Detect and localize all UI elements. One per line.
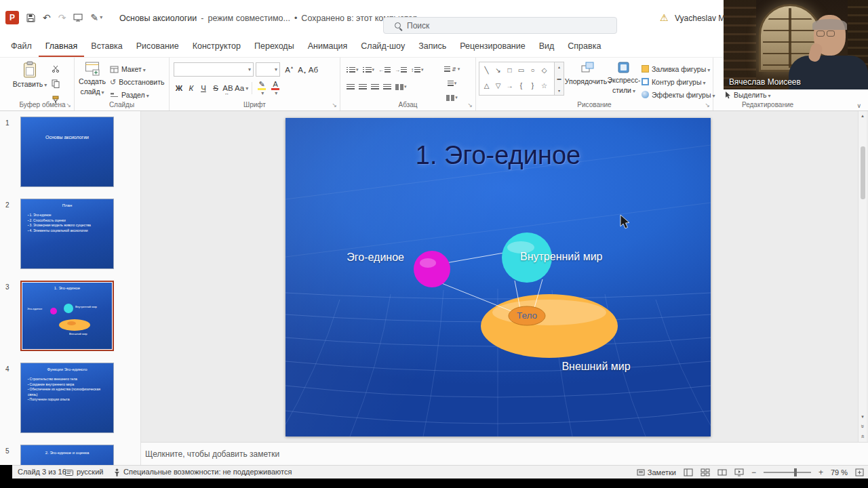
justify-button[interactable] [382, 81, 392, 93]
bullet-list-button[interactable]: ▾ [346, 64, 359, 76]
notes-placeholder[interactable]: Щелкните, чтобы добавить заметки [145, 449, 279, 459]
paste-button[interactable]: Вставить [14, 61, 46, 89]
slide-thumbnail-1[interactable]: Основы аксиологии [20, 117, 114, 187]
decrease-indent-button[interactable]: ← [378, 64, 391, 76]
font-size-combo[interactable] [256, 62, 280, 77]
next-slide-icon[interactable]: » [859, 434, 866, 438]
shape-star-icon[interactable]: ☆ [541, 82, 547, 89]
strikethrough-button[interactable]: S [210, 82, 221, 94]
change-case-button[interactable]: Аа [235, 82, 248, 94]
undo-icon[interactable]: ↶ [43, 13, 51, 22]
line-spacing-button[interactable]: ↕▾ [410, 64, 425, 76]
align-text-button[interactable]: ▾ [443, 77, 460, 89]
shape-fill-button[interactable]: Заливка фигуры [642, 63, 715, 75]
shape-arrow-right-icon[interactable]: → [507, 82, 513, 89]
zoom-slider-thumb[interactable] [794, 468, 797, 476]
tab-review[interactable]: Рецензирование [453, 37, 532, 57]
tab-home[interactable]: Главная [39, 37, 85, 57]
normal-view-button[interactable] [684, 468, 693, 476]
slide-thumbnail-panel[interactable]: 1 Основы аксиологии 2 План 1. Эго-единое… [0, 111, 141, 465]
slide-sorter-view-button[interactable] [701, 468, 710, 476]
cut-icon[interactable] [52, 63, 60, 75]
document-title[interactable]: Основы аксиологии - режим совместимо... … [119, 0, 426, 37]
slide-thumbnail-5[interactable]: 2. Эго-единое и оценка [20, 445, 114, 465]
section-button[interactable]: Раздел [110, 89, 164, 101]
gallery-expand-icon[interactable]: ▬ [557, 77, 561, 81]
shape-triangle-icon[interactable]: △ [484, 82, 490, 89]
language-indicator[interactable]: русский [77, 468, 103, 476]
zoom-level[interactable]: 79 % [831, 468, 848, 476]
shape-brace-right-icon[interactable]: } [532, 82, 534, 89]
shape-square-icon[interactable]: □ [507, 66, 511, 74]
clipboard-dialog-launcher[interactable]: ↘ [66, 102, 71, 108]
shapes-gallery[interactable]: ╲ ↘ □ ▭ ○ ◇ △ ▽ → { } ☆ [479, 62, 555, 96]
increase-indent-button[interactable]: → [394, 64, 408, 76]
shapes-gallery-scroll[interactable]: ▴ ▬ ▾ [555, 62, 564, 96]
tab-file[interactable]: Файл [4, 37, 39, 57]
character-spacing-button[interactable]: АВ [222, 82, 233, 94]
scrollbar-thumb[interactable] [861, 146, 865, 199]
label-ego[interactable]: Эго-единое [336, 251, 404, 264]
layout-button[interactable]: Макет [110, 63, 164, 75]
font-name-combo[interactable] [174, 62, 254, 77]
align-left-button[interactable] [346, 81, 355, 93]
tab-help[interactable]: Справка [561, 37, 608, 57]
tab-insert[interactable]: Вставка [84, 37, 129, 57]
shape-triangle-down-icon[interactable]: ▽ [496, 82, 501, 89]
warning-icon[interactable]: ⚠ [660, 12, 669, 23]
italic-button[interactable]: К [186, 82, 197, 94]
slide-thumbnail-3-selected[interactable]: 1. Эго-единое Эго-единое Внутренний мир … [20, 281, 114, 351]
shape-line-icon[interactable]: ╲ [484, 66, 488, 74]
start-slideshow-icon[interactable] [73, 14, 83, 22]
zoom-out-button[interactable]: − [751, 468, 756, 477]
underline-button[interactable]: Ч [198, 82, 209, 94]
scroll-up-icon[interactable]: ▴ [558, 64, 560, 69]
notes-toggle-button[interactable]: Заметки [637, 468, 676, 476]
columns-button[interactable]: ▾ [395, 81, 408, 93]
search-input[interactable]: Поиск [383, 17, 617, 34]
bold-button[interactable]: Ж [174, 82, 184, 94]
tab-slideshow[interactable]: Слайд-шоу [354, 37, 412, 57]
numbered-list-button[interactable]: ▾ [362, 64, 376, 76]
reset-button[interactable]: ↺ Восстановить [110, 76, 164, 88]
label-body[interactable]: Тело [509, 310, 545, 321]
align-right-button[interactable] [370, 81, 380, 93]
ego-circle[interactable] [414, 251, 450, 287]
align-center-button[interactable] [358, 81, 368, 93]
zoom-slider[interactable] [764, 472, 811, 473]
tab-draw[interactable]: Рисование [130, 37, 186, 57]
clear-formatting-icon[interactable]: Аб [308, 64, 319, 76]
tab-design[interactable]: Конструктор [186, 37, 248, 57]
quick-styles-button[interactable]: Экспресс- стили [606, 61, 642, 94]
tab-record[interactable]: Запись [412, 37, 453, 57]
accessibility-status[interactable]: Специальные возможности: не поддерживают… [123, 468, 292, 476]
copy-icon[interactable] [52, 79, 60, 91]
collapse-ribbon-icon[interactable]: ∨ [856, 102, 861, 109]
scroll-down-icon[interactable]: ▾ [861, 414, 864, 420]
font-dialog-launcher[interactable]: ↘ [332, 102, 337, 108]
label-outer-world[interactable]: Внешний мир [555, 361, 637, 373]
draw-pen-icon[interactable]: ✎ [90, 13, 102, 22]
powerpoint-logo[interactable]: P [5, 11, 19, 24]
scroll-down-icon[interactable]: ▾ [558, 88, 560, 93]
increase-font-icon[interactable]: А [282, 64, 293, 76]
shape-brace-left-icon[interactable]: { [520, 82, 522, 89]
shape-outline-button[interactable]: Контур фигуры [642, 76, 715, 87]
slide-thumbnail-4[interactable]: Функции Эго-единого Строительство внешне… [20, 363, 114, 433]
slide-position-indicator[interactable]: Слайд 3 из 16 [18, 468, 66, 476]
shape-arrow-icon[interactable]: ↘ [495, 66, 500, 74]
label-inner-world[interactable]: Внутренний мир [520, 251, 602, 263]
zoom-in-button[interactable]: + [818, 468, 823, 477]
new-slide-button[interactable]: Создать слайд [77, 61, 107, 96]
decrease-font-icon[interactable]: А [295, 64, 306, 76]
paragraph-dialog-launcher[interactable]: ↘ [467, 102, 473, 108]
arrange-button[interactable]: Упорядочить [570, 61, 606, 86]
shape-effects-button[interactable]: Эффекты фигуры [642, 89, 715, 100]
tab-view[interactable]: Вид [532, 37, 561, 57]
drawing-dialog-launcher[interactable]: ↘ [705, 102, 710, 108]
scroll-up-icon[interactable]: ▴ [861, 113, 864, 119]
highlight-color-button[interactable]: ✎ [256, 80, 268, 96]
tab-transitions[interactable]: Переходы [248, 37, 301, 57]
redo-icon[interactable]: ↷ [58, 13, 66, 22]
fit-slide-button[interactable] [855, 468, 864, 476]
